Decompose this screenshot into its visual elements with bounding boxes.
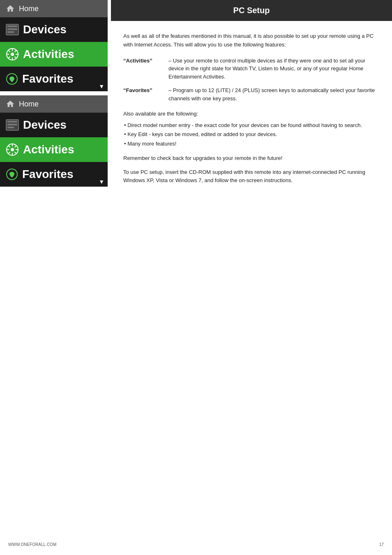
activities-icon-1 bbox=[6, 48, 19, 61]
footer-page-number: 17 bbox=[379, 542, 384, 547]
sidebar-item-activities-1[interactable]: Activities bbox=[0, 42, 108, 67]
favorites-feature-row: “Favorites” – Program up to 12 (LITE) / … bbox=[123, 86, 380, 102]
activities-feature-row: “Activities” – Use your remote to contro… bbox=[123, 57, 380, 81]
activities-description: – Use your remote to control multiple de… bbox=[168, 57, 380, 81]
features-table: “Activities” – Use your remote to contro… bbox=[123, 57, 380, 103]
pc-setup-paragraph: To use PC setup, insert the CD-ROM suppl… bbox=[123, 168, 380, 185]
svg-line-26 bbox=[15, 152, 17, 154]
page-footer: WWW.ONEFORALL.COM 17 bbox=[0, 542, 392, 547]
devices-icon-1 bbox=[6, 24, 19, 35]
svg-line-11 bbox=[15, 57, 17, 59]
svg-rect-16 bbox=[7, 121, 17, 123]
sidebar-item-devices-1[interactable]: Devices bbox=[0, 17, 108, 42]
footer-website: WWW.ONEFORALL.COM bbox=[8, 542, 56, 547]
favorites-icon-2 bbox=[6, 169, 18, 180]
svg-line-27 bbox=[15, 146, 17, 148]
chevron-down-icon-2: ▼ bbox=[99, 178, 104, 185]
sidebar-item-devices-2[interactable]: Devices bbox=[0, 113, 108, 137]
activities-label-1: Activities bbox=[23, 48, 74, 61]
page-header: PC Setup bbox=[111, 0, 392, 21]
svg-line-10 bbox=[8, 50, 10, 52]
sidebar: Home Devices bbox=[0, 0, 108, 187]
page-title: PC Setup bbox=[233, 6, 270, 15]
chevron-down-icon-1: ▼ bbox=[99, 83, 104, 90]
bullet-list: • Direct model number entry - the exact … bbox=[123, 121, 380, 148]
devices-label-2: Devices bbox=[23, 118, 67, 132]
home-icon-1 bbox=[6, 4, 15, 13]
svg-rect-1 bbox=[7, 25, 17, 27]
bullet-item-3: • Many more features! bbox=[123, 140, 380, 148]
favorites-label-2: Favorites bbox=[22, 168, 74, 181]
svg-line-13 bbox=[8, 57, 10, 59]
bullet-item-2: • Key Edit - keys can be moved, edited o… bbox=[123, 130, 380, 139]
sidebar-item-home-2[interactable]: Home bbox=[0, 95, 108, 113]
also-available-heading: Also available are the following: bbox=[123, 110, 380, 118]
svg-rect-2 bbox=[7, 28, 17, 30]
reminder-paragraph: Remember to check back for upgrades to y… bbox=[123, 154, 380, 162]
activities-icon-2 bbox=[6, 143, 19, 156]
favorites-term: “Favorites” bbox=[123, 86, 168, 95]
svg-rect-3 bbox=[7, 31, 14, 33]
svg-line-12 bbox=[15, 50, 17, 52]
svg-line-28 bbox=[8, 152, 10, 154]
activities-term: “Activities” bbox=[123, 57, 168, 65]
svg-point-5 bbox=[11, 53, 14, 56]
main-content: As well as all of the features mentioned… bbox=[111, 24, 392, 193]
favorites-icon-1 bbox=[6, 73, 18, 85]
intro-paragraph: As well as all of the features mentioned… bbox=[123, 32, 380, 49]
home-label-1: Home bbox=[19, 5, 39, 13]
favorites-label-1: Favorites bbox=[22, 72, 74, 86]
devices-icon-2 bbox=[6, 119, 19, 131]
devices-label-1: Devices bbox=[23, 23, 67, 36]
home-label-2: Home bbox=[19, 100, 39, 109]
activities-label-2: Activities bbox=[23, 143, 74, 156]
sidebar-item-favorites-2[interactable]: Favorites ▼ bbox=[0, 162, 108, 187]
svg-point-20 bbox=[11, 148, 14, 151]
sidebar-item-activities-2[interactable]: Activities bbox=[0, 137, 108, 162]
bullet-item-1: • Direct model number entry - the exact … bbox=[123, 121, 380, 130]
svg-line-25 bbox=[8, 146, 10, 148]
sidebar-section-1: Home Devices bbox=[0, 0, 108, 91]
home-icon-2 bbox=[6, 99, 15, 109]
svg-rect-18 bbox=[7, 127, 14, 128]
sidebar-item-home-1[interactable]: Home bbox=[0, 0, 108, 17]
favorites-description: – Program up to 12 (LITE) / 24 (PLUS) sc… bbox=[168, 86, 380, 102]
sidebar-section-2: Home Devices bbox=[0, 95, 108, 187]
svg-rect-17 bbox=[7, 124, 17, 125]
sidebar-item-favorites-1[interactable]: Favorites ▼ bbox=[0, 67, 108, 91]
sidebar-gap bbox=[0, 91, 108, 95]
